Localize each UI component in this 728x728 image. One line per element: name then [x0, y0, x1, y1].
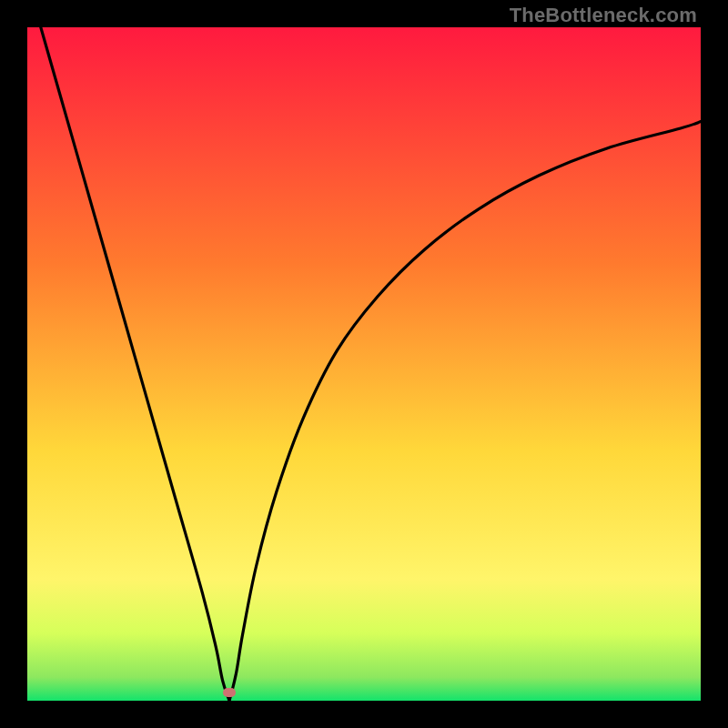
curve-right-branch: [229, 122, 701, 701]
chart-frame: TheBottleneck.com: [0, 0, 728, 728]
plot-area: [27, 27, 701, 701]
notch-marker: [223, 688, 236, 697]
watermark-text: TheBottleneck.com: [510, 4, 697, 27]
curve-left-branch: [41, 27, 229, 701]
curve-layer: [27, 27, 701, 701]
